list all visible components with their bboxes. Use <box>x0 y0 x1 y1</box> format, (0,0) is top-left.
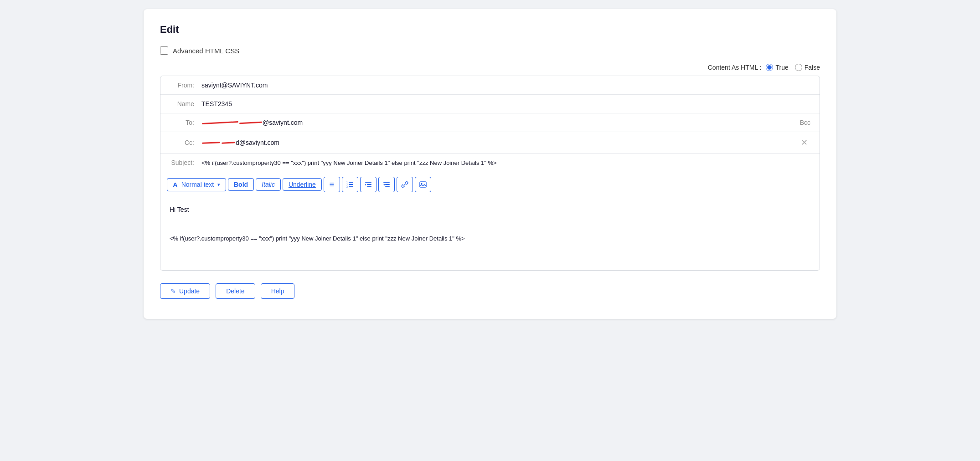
svg-marker-13 <box>383 184 385 185</box>
cc-suffix: d@saviynt.com <box>236 139 279 146</box>
subject-label: Subject: <box>170 159 201 166</box>
svg-rect-0 <box>349 182 353 183</box>
cc-close-button[interactable]: ✕ <box>798 138 810 148</box>
link-icon <box>401 180 409 189</box>
to-redact-mark2 <box>239 121 262 124</box>
indent-button[interactable] <box>360 177 377 192</box>
page-title: Edit <box>160 24 820 36</box>
unordered-list-button[interactable] <box>324 177 340 192</box>
normal-text-label: Normal text <box>181 181 214 188</box>
to-value: @saviynt.com <box>201 119 800 126</box>
italic-label: Italic <box>262 181 275 188</box>
cc-label: Cc: <box>170 139 201 146</box>
outdent-icon <box>382 180 391 189</box>
radio-false-label: False <box>805 64 820 71</box>
svg-rect-14 <box>420 182 426 187</box>
chevron-down-icon: ▾ <box>217 182 220 188</box>
content-as-html-label: Content As HTML : <box>708 64 762 71</box>
editor-line-2 <box>170 219 810 229</box>
advanced-html-label: Advanced HTML CSS <box>173 47 239 55</box>
subject-value: <% if(user?.customproperty30 == "xxx") p… <box>201 159 810 166</box>
name-value: TEST2345 <box>201 100 810 108</box>
editor-line-1: Hi Test <box>170 205 810 215</box>
ordered-list-button[interactable]: 1 2 3 <box>342 177 358 192</box>
content-as-html-radio-group: True False <box>766 64 820 71</box>
delete-label: Delete <box>226 287 244 295</box>
svg-rect-12 <box>385 186 390 187</box>
content-as-html-row: Content As HTML : True False <box>160 64 820 71</box>
action-buttons-row: ✎ Update Delete Help <box>160 271 820 302</box>
normal-text-dropdown[interactable]: A Normal text ▾ <box>167 178 226 191</box>
radio-false-input[interactable] <box>795 64 802 71</box>
to-row: To: @saviynt.com Bcc <box>160 113 820 132</box>
bold-button[interactable]: Bold <box>228 178 254 191</box>
radio-true-input[interactable] <box>766 64 773 71</box>
cc-value: d@saviynt.com <box>201 139 798 146</box>
to-label: To: <box>170 119 201 126</box>
link-button[interactable] <box>397 177 413 192</box>
cc-redact-mark <box>202 142 220 143</box>
subject-row: Subject: <% if(user?.customproperty30 ==… <box>160 154 820 172</box>
update-label: Update <box>179 287 200 295</box>
font-icon: A <box>173 181 178 189</box>
update-icon: ✎ <box>170 287 176 295</box>
radio-true-option[interactable]: True <box>766 64 788 71</box>
page-container: Edit Advanced HTML CSS Content As HTML :… <box>144 9 836 319</box>
bcc-link[interactable]: Bcc <box>800 119 810 126</box>
editor-line-3: <% if(user?.customproperty30 == "xxx") p… <box>170 234 810 244</box>
help-label: Help <box>271 287 284 295</box>
italic-button[interactable]: Italic <box>256 178 281 191</box>
svg-rect-6 <box>365 182 371 183</box>
svg-text:3: 3 <box>346 185 348 188</box>
from-label: From: <box>170 82 201 89</box>
advanced-html-checkbox[interactable] <box>160 46 168 55</box>
editor-content-area[interactable]: Hi Test <% if(user?.customproperty30 == … <box>160 197 820 270</box>
name-row: Name TEST2345 <box>160 95 820 113</box>
cc-row: Cc: d@saviynt.com ✕ <box>160 132 820 154</box>
ordered-list-icon: 1 2 3 <box>346 180 354 189</box>
bold-label: Bold <box>234 181 248 188</box>
outdent-button[interactable] <box>378 177 395 192</box>
underline-button[interactable]: Underline <box>283 178 322 191</box>
svg-rect-11 <box>385 184 390 185</box>
to-suffix: @saviynt.com <box>263 119 303 126</box>
editor-toolbar: A Normal text ▾ Bold Italic Underline <box>160 172 820 197</box>
underline-label: Underline <box>289 181 316 188</box>
image-icon <box>419 180 427 189</box>
update-button[interactable]: ✎ Update <box>160 283 210 299</box>
unordered-list-icon <box>330 180 335 190</box>
from-value: saviynt@SAVIYNT.com <box>201 82 810 89</box>
indent-icon <box>364 180 372 189</box>
svg-rect-8 <box>367 186 371 187</box>
image-button[interactable] <box>415 177 431 192</box>
to-redact-mark <box>202 121 238 124</box>
svg-rect-2 <box>349 186 353 187</box>
name-label: Name <box>170 100 201 108</box>
delete-button[interactable]: Delete <box>216 283 255 299</box>
svg-rect-10 <box>383 182 390 183</box>
advanced-html-row: Advanced HTML CSS <box>160 46 820 55</box>
svg-rect-7 <box>367 184 371 185</box>
svg-marker-9 <box>365 184 366 185</box>
cc-redact-mark2 <box>222 142 235 144</box>
svg-point-15 <box>421 183 422 184</box>
from-row: From: saviynt@SAVIYNT.com <box>160 76 820 95</box>
email-editor: From: saviynt@SAVIYNT.com Name TEST2345 … <box>160 76 820 271</box>
radio-false-option[interactable]: False <box>795 64 820 71</box>
help-button[interactable]: Help <box>261 283 295 299</box>
radio-true-label: True <box>775 64 788 71</box>
svg-rect-1 <box>349 184 353 185</box>
